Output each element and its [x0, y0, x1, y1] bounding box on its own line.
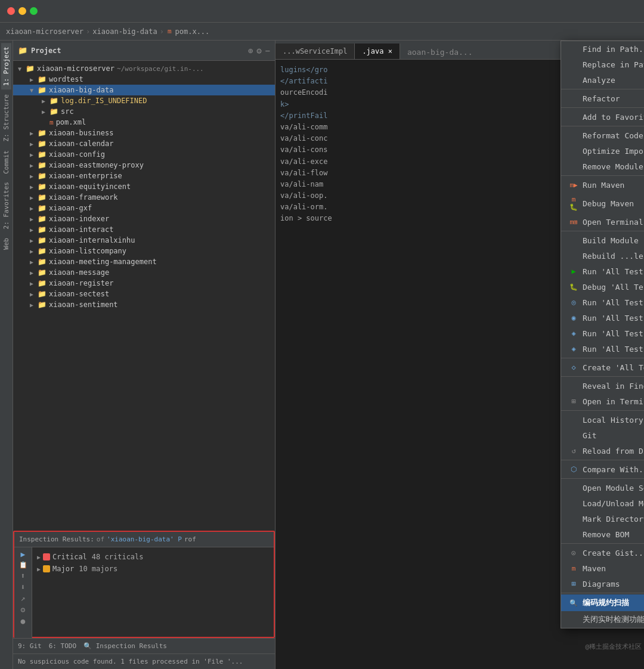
menu-item-create-all-tests[interactable]: ◇ Create 'All Tests'... [561, 360, 644, 375]
menu-item-replace-in-path[interactable]: Replace in Path... ^⇧R [561, 57, 644, 72]
settings-icon[interactable]: ⚙ [256, 46, 261, 55]
sidebar-item-project[interactable]: 1: Project [1, 43, 11, 89]
tree-item-wordtest[interactable]: ▶ 📁 wordtest [13, 74, 275, 85]
run-inspection-icon[interactable]: ▶ [21, 550, 26, 559]
tree-item-business[interactable]: ▶ 📁 xiaoan-business [13, 128, 275, 138]
menu-item-maven[interactable]: m Maven ▶ [561, 560, 644, 576]
breadcrumb-part-2[interactable]: xiaoan-big-data [92, 27, 157, 36]
menu-item-remove-module[interactable]: Remove Module ⌦ [561, 159, 644, 174]
tree-item-framework[interactable]: ▶ 📁 xiaoan-framework [13, 192, 275, 203]
breadcrumb-part-3[interactable]: pom.x... [175, 27, 210, 36]
create-gist-label: Create Gist... [583, 549, 644, 558]
menu-item-compare-with[interactable]: ⬡ Compare With... ⌘D [561, 462, 644, 477]
menu-item-load-unload-modules[interactable]: Load/Unload Modules... [561, 495, 644, 511]
tree-item-listcompany[interactable]: ▶ 📁 xiaoan-listcompany [13, 246, 275, 256]
inspection-status[interactable]: 🔍 Inspection Results [83, 642, 167, 650]
breadcrumb-part-1[interactable]: xiaoan-microserver [6, 27, 83, 36]
locate-icon[interactable]: ⊕ [248, 46, 253, 55]
menu-item-analyze[interactable]: Analyze ▶ [561, 72, 644, 88]
menu-item-create-gist[interactable]: ⊙ Create Gist... [561, 545, 644, 560]
menu-item-reveal-in-finder[interactable]: Reveal in Finder [561, 378, 644, 394]
todo-status[interactable]: 6: TODO [49, 642, 76, 650]
menu-item-run-all-tests[interactable]: ▶ Run 'All Tests' ^⇧F10 [561, 264, 644, 279]
tree-item-register[interactable]: ▶ 📁 xiaoan-register [13, 278, 275, 289]
tree-label-bigdata: xiaoan-big-data [49, 86, 113, 94]
tree-item-eastmoney[interactable]: ▶ 📁 xiaoan-eastmoney-proxy [13, 160, 275, 171]
menu-item-build-module[interactable]: Build Module 'xiaoan-big-data' [561, 233, 644, 248]
inspection-major-row[interactable]: ▶ Major 10 majors [37, 563, 269, 575]
tree-arrow-internalxinhu: ▶ [30, 237, 36, 244]
inspection-export-icon[interactable]: ↗ [21, 594, 26, 603]
menu-item-optimize-imports[interactable]: Optimize Imports ⌥⌘O [561, 143, 644, 159]
tree-item-sentiment[interactable]: ▶ 📁 xiaoan-sentiment [13, 299, 275, 310]
tree-item-meeting[interactable]: ▶ 📁 xiaoan-meeting-management [13, 256, 275, 267]
collapse-icon[interactable]: − [265, 46, 270, 55]
tree-item-sectest[interactable]: ▶ 📁 xiaoan-sectest [13, 289, 275, 299]
context-menu: Find in Path... ⇧⌘F ▶ Replace in Path...… [561, 41, 644, 628]
menu-item-add-to-favorites[interactable]: Add to Favorites ▶ [561, 109, 644, 125]
tree-item-root[interactable]: ▼ 📁 xiaoan-microserver ~/workspace/git.i… [13, 63, 275, 74]
tree-arrow-eastmoney: ▶ [30, 162, 36, 169]
tree-item-pom[interactable]: ▶ m pom.xml [13, 117, 275, 128]
menu-item-debug-all-tests[interactable]: 🐛 Debug 'All Tests' ^⇧F9 [561, 279, 644, 295]
folder-icon-sentiment: 📁 [38, 301, 47, 309]
open-module-settings-label: Open Module Settings [583, 484, 644, 493]
menu-item-run-allocation[interactable]: ◈ Run 'All Tests' with 'Allocation Profi… [561, 326, 644, 341]
tree-item-calendar[interactable]: ▶ 📁 xiaoan-calendar [13, 138, 275, 149]
header-icons: ⊕ ⚙ − [248, 46, 270, 55]
menu-item-run-with-coverage[interactable]: ◎ Run 'All Tests' with Coverage [561, 295, 644, 310]
tree-item-src[interactable]: ▶ 📁 src [13, 106, 275, 117]
tree-item-logdir[interactable]: ▶ 📁 log.dir_IS_UNDEFINED [13, 95, 275, 106]
tree-item-message[interactable]: ▶ 📁 xiaoan-message [13, 267, 275, 278]
menu-item-open-terminal-maven[interactable]: m⊞ Open Terminal at the Current Maven Mo… [561, 214, 644, 230]
menu-item-debug-maven[interactable]: m🐛 Debug Maven ▶ [561, 193, 644, 214]
tree-item-internalxinhu[interactable]: ▶ 📁 xiaoan-internalxinhu [13, 235, 275, 246]
inspection-icon-4[interactable]: ⬇ [21, 583, 26, 591]
create-all-tests-label: Create 'All Tests'... [583, 363, 644, 372]
menu-item-disable-realtime[interactable]: 关闭实时检测功能 [561, 611, 644, 628]
menu-item-run-maven[interactable]: m▶ Run Maven ▶ [561, 177, 644, 193]
menu-item-reformat-code[interactable]: Reformat Code ⌥⌘L [561, 128, 644, 143]
inspection-icon-2[interactable]: 📋 [19, 561, 27, 569]
menu-item-find-in-path[interactable]: Find in Path... ⇧⌘F ▶ [561, 41, 644, 57]
menu-item-open-module-settings[interactable]: Open Module Settings F4 [561, 480, 644, 495]
minimize-button[interactable] [18, 7, 26, 15]
folder-icon-eastmoney: 📁 [38, 161, 47, 169]
tree-label-logdir: log.dir_IS_UNDEFINED [61, 97, 147, 105]
menu-item-git[interactable]: Git ▶ [561, 428, 644, 443]
menu-item-mark-directory-as[interactable]: Mark Directory as ▶ [561, 511, 644, 526]
tree-item-gxf[interactable]: ▶ 📁 xiaoan-gxf [13, 203, 275, 213]
menu-item-diagrams[interactable]: ⊞ Diagrams ▶ [561, 576, 644, 591]
menu-item-run-cpu-profiler[interactable]: ◉ Run 'All Tests' with 'CPU Profiler' [561, 310, 644, 326]
inspection-critical-row[interactable]: ▶ Critical 48 criticals [37, 551, 269, 563]
inspection-icon-3[interactable]: ⬆ [21, 571, 26, 580]
git-status[interactable]: 9: Git [18, 642, 42, 650]
menu-item-local-history[interactable]: Local History ▶ [561, 412, 644, 428]
tree-label-meeting: xiaoan-meeting-management [49, 258, 157, 266]
sidebar-item-favorites[interactable]: 2: Favorites [1, 178, 11, 233]
sidebar-item-commit[interactable]: Commit [1, 147, 11, 178]
tree-item-enterprise[interactable]: ▶ 📁 xiaoan-enterprise [13, 171, 275, 181]
menu-item-reload-from-disk[interactable]: ↺ Reload from Disk [561, 443, 644, 459]
menu-item-refactor[interactable]: Refactor ▶ [561, 91, 644, 106]
sidebar-item-structure[interactable]: Z: Structure [1, 91, 11, 145]
menu-item-open-in-terminal[interactable]: ⊞ Open in Terminal [561, 394, 644, 409]
maximize-button[interactable] [30, 7, 38, 15]
menu-item-remove-bom[interactable]: Remove BOM [561, 526, 644, 542]
folder-icon-sectest: 📁 [38, 290, 47, 298]
compare-icon: ⬡ [568, 465, 579, 473]
tree-item-indexer[interactable]: ▶ 📁 xiaoan-indexer [13, 213, 275, 224]
sidebar-item-web[interactable]: Web [1, 234, 11, 253]
tree-item-interact[interactable]: ▶ 📁 xiaoan-interact [13, 224, 275, 235]
menu-item-rebuild-module[interactable]: Rebuild ...le 'xiaoan-big-data' ⇧⌘F9 [561, 248, 644, 264]
tree-item-bigdata[interactable]: ▼ 📁 xiaoan-big-data [13, 85, 275, 95]
tree-label-src: src [61, 107, 74, 116]
close-button[interactable] [7, 7, 15, 15]
tree-item-config[interactable]: ▶ 📁 xiaoan-config [13, 149, 275, 160]
menu-item-run-flight[interactable]: ◈ Run 'All Tests' with 'Java Flight Reco… [561, 341, 644, 357]
allocation-icon: ◈ [568, 329, 579, 337]
inspection-settings-icon[interactable]: ⚙ [21, 605, 26, 614]
tree-item-equityincent[interactable]: ▶ 📁 xiaoan-equityincent [13, 181, 275, 192]
diagrams-label: Diagrams [583, 580, 644, 589]
menu-item-code-scan[interactable]: 🔍 编码规约扫描 ⌥⇧⌘J [561, 594, 644, 611]
